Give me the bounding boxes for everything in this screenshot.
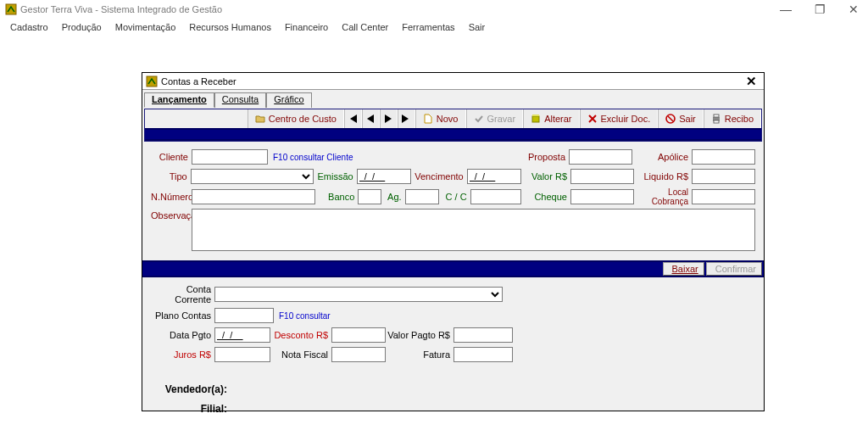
tab-lancamento[interactable]: Lançamento (144, 92, 214, 108)
data-pgto-input[interactable] (214, 327, 270, 343)
plano-contas-input[interactable] (214, 308, 274, 323)
ag-input[interactable] (405, 189, 439, 204)
valor-pagto-input[interactable] (453, 327, 513, 343)
ag-label: Ag. (381, 192, 404, 202)
liquido-label: Liquido R$ (634, 171, 692, 182)
blue-divider-1 (145, 128, 761, 141)
modal-titlebar: Contas a Receber ✕ (142, 73, 764, 90)
cheque-label: Cheque (521, 192, 570, 202)
tab-consulta[interactable]: Consulta (214, 92, 266, 108)
next-button[interactable] (380, 109, 398, 128)
menu-financeiro[interactable]: Financeiro (280, 20, 333, 34)
local-cobranca-label: Local Cobrança (634, 187, 692, 206)
apolice-input[interactable] (692, 149, 755, 165)
minimize-button[interactable]: — (776, 3, 795, 16)
valor-input[interactable] (570, 169, 634, 184)
contas-receber-window: Contas a Receber ✕ Lançamento Consulta G… (142, 72, 765, 411)
menu-sair[interactable]: Sair (464, 20, 491, 34)
svg-rect-6 (714, 115, 719, 117)
juros-input[interactable] (214, 347, 270, 362)
filial-label: Filial: (151, 403, 227, 415)
banco-input[interactable] (358, 189, 381, 204)
toolbar-frame: Centro de Custo Novo Gravar Alterar Excl… (144, 109, 762, 142)
menu-movimentacao[interactable]: Movimentação (110, 20, 181, 34)
conta-corrente-select[interactable] (214, 287, 503, 302)
tabs: Lançamento Consulta Gráfico (142, 90, 764, 107)
svg-rect-7 (714, 120, 719, 123)
last-button[interactable] (398, 109, 415, 128)
folder-icon (255, 114, 265, 124)
modal-icon (146, 75, 158, 87)
proposta-label: Proposta (518, 152, 569, 162)
tipo-select[interactable] (191, 169, 314, 184)
menu-producao[interactable]: Produção (57, 20, 107, 34)
vencimento-label: Vencimento (411, 171, 467, 182)
app-icon (5, 3, 17, 15)
excluir-button[interactable]: Excluir Doc. (580, 109, 659, 128)
edit-icon (531, 114, 541, 124)
liquido-input[interactable] (692, 169, 755, 184)
toolbar-spacer (145, 109, 248, 128)
plano-contas-label: Plano Contas (151, 310, 214, 321)
first-button[interactable] (344, 109, 362, 128)
centro-custo-button[interactable]: Centro de Custo (248, 109, 344, 128)
emissao-label: Emissão (314, 171, 357, 182)
observacao-label: Observação (151, 209, 192, 221)
sair-button[interactable]: Sair (658, 109, 704, 128)
menu-cadastro[interactable]: Cadastro (5, 20, 53, 34)
tab-grafico[interactable]: Gráfico (266, 92, 311, 108)
tipo-label: Tipo (151, 171, 191, 182)
check-icon (474, 114, 484, 124)
nota-fiscal-input[interactable] (331, 347, 386, 362)
bottom-form: Conta Corrente Plano Contas F10 consulta… (142, 281, 764, 423)
banco-label: Banco (315, 192, 359, 202)
juros-label: Juros R$ (151, 349, 214, 360)
emissao-input[interactable] (357, 169, 411, 184)
desconto-input[interactable] (331, 327, 386, 343)
window-controls: — ❐ ✕ (776, 3, 863, 16)
cc-label: C / C (439, 192, 470, 202)
fatura-input[interactable] (453, 347, 513, 362)
cliente-label: Cliente (151, 152, 192, 162)
baixar-button[interactable]: Baixar (663, 262, 704, 276)
valor-pagto-label: Valor Pagto R$ (386, 330, 453, 340)
plano-contas-hint: F10 consultar (274, 311, 331, 321)
exit-icon (665, 114, 676, 124)
conta-corrente-label: Conta Corrente (151, 284, 214, 305)
local-cobranca-input[interactable] (692, 189, 755, 204)
svg-rect-2 (532, 116, 539, 122)
menu-callcenter[interactable]: Call Center (337, 20, 393, 34)
menu-ferramentas[interactable]: Ferramentas (397, 20, 459, 34)
form-area: Cliente F10 consultar Cliente Proposta A… (142, 143, 764, 257)
cliente-input[interactable] (192, 149, 268, 165)
prev-button[interactable] (362, 109, 380, 128)
blue-divider-2: Baixar Confirmar (142, 260, 764, 277)
fatura-label: Fatura (386, 349, 453, 360)
close-button[interactable]: ✕ (844, 3, 863, 16)
cc-input[interactable] (470, 189, 521, 204)
nnumero-label: N.Número (151, 192, 192, 202)
proposta-input[interactable] (569, 149, 632, 165)
observacao-input[interactable] (192, 209, 755, 251)
confirmar-button[interactable]: Confirmar (706, 262, 762, 276)
maximize-button[interactable]: ❐ (810, 3, 829, 16)
data-pgto-label: Data Pgto (151, 330, 214, 340)
novo-button[interactable]: Novo (415, 109, 466, 128)
recibo-button[interactable]: Recibo (704, 109, 761, 128)
valor-label: Valor R$ (521, 171, 570, 182)
nnumero-input[interactable] (192, 189, 315, 204)
apolice-label: Apólice (632, 152, 692, 162)
menu-rh[interactable]: Recursos Humanos (184, 20, 276, 34)
app-titlebar: Gestor Terra Viva - Sistema Integrado de… (0, 0, 868, 19)
toolbar: Centro de Custo Novo Gravar Alterar Excl… (145, 109, 761, 128)
cliente-hint: F10 consultar Cliente (268, 153, 353, 162)
vencimento-input[interactable] (467, 169, 521, 184)
svg-rect-3 (532, 115, 539, 116)
modal-close-button[interactable]: ✕ (743, 74, 760, 89)
cheque-input[interactable] (570, 189, 634, 204)
gravar-button[interactable]: Gravar (466, 109, 524, 128)
alterar-button[interactable]: Alterar (523, 109, 579, 128)
print-icon (711, 114, 721, 124)
desconto-label: Desconto R$ (270, 330, 331, 340)
menubar: Cadastro Produção Movimentação Recursos … (0, 19, 868, 36)
